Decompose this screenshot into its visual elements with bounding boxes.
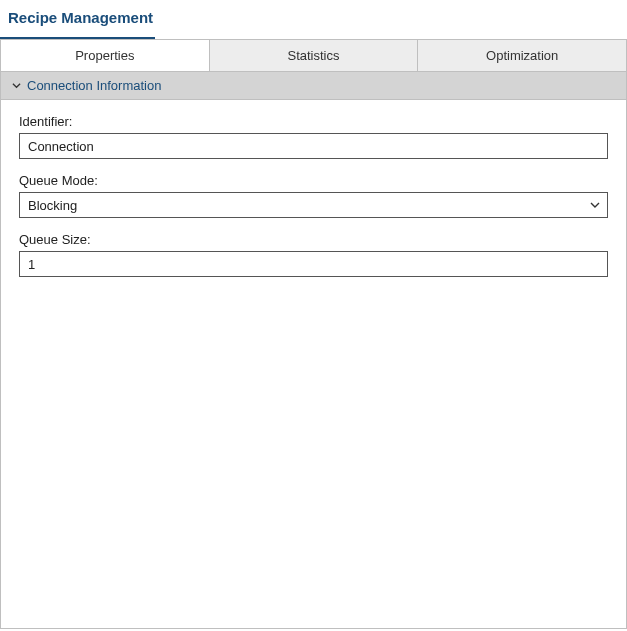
tab-label: Statistics bbox=[288, 48, 340, 63]
content-panel: Connection Information Identifier: Queue… bbox=[0, 71, 627, 629]
field-queue-size: Queue Size: bbox=[19, 232, 608, 277]
queue-mode-select[interactable]: Blocking bbox=[19, 192, 608, 218]
tab-properties[interactable]: Properties bbox=[1, 40, 210, 71]
tab-bar: Properties Statistics Optimization bbox=[0, 39, 627, 71]
page-title: Recipe Management bbox=[8, 9, 627, 26]
field-identifier: Identifier: bbox=[19, 114, 608, 159]
tab-optimization[interactable]: Optimization bbox=[418, 40, 626, 71]
chevron-down-icon bbox=[11, 81, 21, 91]
identifier-input[interactable] bbox=[19, 133, 608, 159]
tab-label: Properties bbox=[75, 48, 134, 63]
tab-label: Optimization bbox=[486, 48, 558, 63]
queue-size-input[interactable] bbox=[19, 251, 608, 277]
tab-statistics[interactable]: Statistics bbox=[210, 40, 419, 71]
page-header: Recipe Management bbox=[0, 0, 627, 33]
identifier-label: Identifier: bbox=[19, 114, 608, 129]
section-header-connection-info[interactable]: Connection Information bbox=[1, 72, 626, 100]
queue-mode-label: Queue Mode: bbox=[19, 173, 608, 188]
queue-mode-select-wrap: Blocking bbox=[19, 192, 608, 218]
section-title: Connection Information bbox=[27, 78, 161, 93]
queue-size-label: Queue Size: bbox=[19, 232, 608, 247]
app-container: Recipe Management Properties Statistics … bbox=[0, 0, 627, 631]
form-connection-info: Identifier: Queue Mode: Blocking Queue S… bbox=[1, 100, 626, 305]
field-queue-mode: Queue Mode: Blocking bbox=[19, 173, 608, 218]
